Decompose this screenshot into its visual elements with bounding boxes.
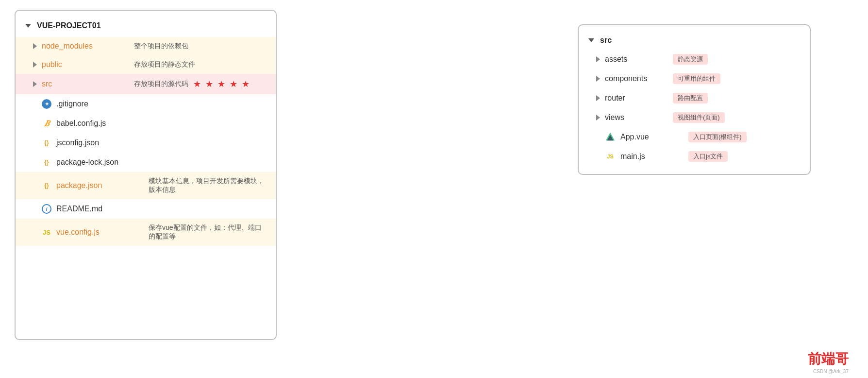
row-gitignore[interactable]: ✦ .gitignore: [16, 94, 276, 114]
tag-components: 可重用的组件: [673, 73, 720, 84]
row-jsconfig[interactable]: {} jsconfig.json: [16, 133, 276, 153]
file-name-gitignore: .gitignore: [56, 100, 144, 108]
chevron-down-icon: [25, 24, 31, 28]
file-name-public: public: [42, 60, 129, 69]
babel-icon: 𝐵: [42, 119, 51, 128]
project-title-text: VUE-PROJECT01: [37, 21, 101, 30]
tag-router: 路由配置: [673, 93, 708, 103]
src-row-main-js[interactable]: JS main.js 入口js文件: [579, 147, 810, 166]
js-icon-vue-config: JS: [42, 227, 51, 237]
file-desc-src: 存放项目的源代码: [134, 80, 188, 88]
chevron-right-icon: [33, 81, 37, 87]
tag-assets: 静态资源: [673, 54, 708, 65]
src-name-components: components: [605, 74, 668, 83]
chevron-right-icon: [33, 43, 37, 49]
watermark-text: 前端哥: [808, 350, 849, 368]
src-title-text: src: [600, 36, 612, 45]
json-icon-jsconfig: {}: [42, 138, 51, 148]
file-desc-vue-config: 保存vue配置的文件，如：代理、端口的配置等: [149, 223, 266, 241]
src-row-views[interactable]: views 视图组件(页面): [579, 108, 810, 127]
file-name-node-modules: node_modules: [42, 42, 129, 51]
file-name-package-json: package.json: [56, 181, 144, 190]
file-name-src: src: [42, 80, 129, 88]
src-name-assets: assets: [605, 55, 668, 64]
watermark-subtext: CSDN @Ark_37: [813, 369, 849, 374]
src-name-views: views: [605, 113, 668, 122]
src-chevron-down-icon: [588, 38, 594, 42]
row-package-lock[interactable]: {} package-lock.json: [16, 153, 276, 172]
file-name-readme: README.md: [56, 205, 144, 213]
src-panel: src assets 静态资源 components 可重用的组件 router…: [578, 24, 811, 175]
vue-icon: [605, 132, 616, 142]
project-panel: VUE-PROJECT01 node_modules 整个项目的依赖包 publ…: [15, 10, 277, 340]
row-node-modules[interactable]: node_modules 整个项目的依赖包: [16, 37, 276, 55]
row-readme[interactable]: i README.md: [16, 199, 276, 219]
file-name-package-lock: package-lock.json: [56, 158, 144, 167]
json-icon-package: {}: [42, 181, 51, 190]
chevron-right-components: [596, 76, 600, 82]
chevron-right-router: [596, 95, 600, 101]
src-name-main-js: main.js: [620, 152, 684, 161]
file-desc-public: 存放项目的静态文件: [134, 60, 195, 69]
row-public[interactable]: public 存放项目的静态文件: [16, 55, 276, 74]
js-icon-main: JS: [605, 154, 616, 159]
src-row-app-vue[interactable]: App.vue 入口页面(根组件): [579, 127, 810, 147]
src-row-assets[interactable]: assets 静态资源: [579, 50, 810, 69]
src-row-components[interactable]: components 可重用的组件: [579, 69, 810, 88]
chevron-right-views: [596, 115, 600, 120]
src-stars: ★ ★ ★ ★ ★: [193, 79, 250, 89]
file-name-babel-config: babel.config.js: [56, 119, 144, 128]
src-row-router[interactable]: router 路由配置: [579, 88, 810, 108]
src-name-app-vue: App.vue: [620, 133, 684, 141]
src-name-router: router: [605, 94, 668, 103]
file-desc-node-modules: 整个项目的依赖包: [134, 42, 188, 51]
chevron-right-icon: [33, 62, 37, 68]
tag-main-js: 入口js文件: [688, 151, 728, 162]
row-babel-config[interactable]: 𝐵 babel.config.js: [16, 114, 276, 133]
chevron-right-assets: [596, 56, 600, 62]
row-src[interactable]: src 存放项目的源代码 ★ ★ ★ ★ ★: [16, 74, 276, 94]
row-vue-config[interactable]: JS vue.config.js 保存vue配置的文件，如：代理、端口的配置等: [16, 219, 276, 246]
project-panel-title: VUE-PROJECT01: [16, 18, 276, 37]
json-icon-package-lock: {}: [42, 157, 51, 167]
row-package-json[interactable]: {} package.json 模块基本信息，项目开发所需要模块，版本信息: [16, 172, 276, 199]
info-icon: i: [42, 204, 51, 214]
file-name-vue-config: vue.config.js: [56, 228, 144, 237]
git-icon: ✦: [42, 99, 51, 109]
main-container: VUE-PROJECT01 node_modules 整个项目的依赖包 publ…: [15, 10, 853, 340]
tag-app-vue: 入口页面(根组件): [688, 132, 747, 142]
file-name-jsconfig: jsconfig.json: [56, 138, 144, 147]
src-panel-title: src: [579, 33, 810, 50]
tag-views: 视图组件(页面): [673, 112, 725, 123]
file-desc-package-json: 模块基本信息，项目开发所需要模块，版本信息: [149, 177, 266, 194]
